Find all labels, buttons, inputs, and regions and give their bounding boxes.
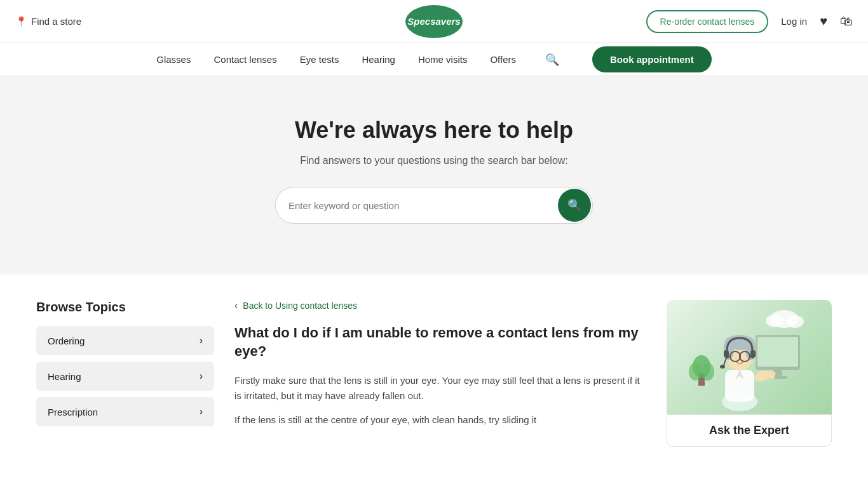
- article-title: What do I do if I am unable to remove a …: [234, 324, 646, 360]
- search-input[interactable]: [276, 191, 557, 220]
- nav-glasses[interactable]: Glasses: [156, 54, 191, 65]
- svg-point-23: [720, 365, 725, 369]
- svg-point-7: [702, 363, 714, 381]
- nav-eye-tests[interactable]: Eye tests: [300, 54, 339, 65]
- sidebar-item-ordering[interactable]: Ordering ›: [36, 326, 214, 355]
- wishlist-icon[interactable]: ♥: [820, 14, 827, 29]
- svg-line-22: [724, 358, 726, 365]
- svg-rect-20: [724, 350, 729, 358]
- chevron-right-icon: ›: [200, 406, 203, 417]
- sidebar-item-hearing-label: Hearing: [48, 371, 81, 382]
- hero-title: We're always here to help: [15, 117, 853, 144]
- nav-contact-lenses[interactable]: Contact lenses: [214, 54, 276, 65]
- search-submit-icon: 🔍: [567, 198, 581, 212]
- location-icon: 📍: [15, 16, 27, 27]
- back-link[interactable]: ‹ Back to Using contact lenses: [234, 300, 646, 311]
- main-nav: Glasses Contact lenses Eye tests Hearing…: [0, 43, 868, 76]
- article-body-1: Firstly make sure that the lens is still…: [234, 373, 646, 403]
- back-link-text: Back to Using contact lenses: [243, 301, 357, 311]
- back-chevron-icon: ‹: [234, 300, 238, 311]
- login-link[interactable]: Log in: [781, 16, 807, 27]
- search-submit-button[interactable]: 🔍: [558, 189, 591, 222]
- expert-caption: Ask the Expert: [667, 414, 832, 447]
- svg-rect-1: [757, 337, 798, 367]
- top-bar-right: Re-order contact lenses Log in ♥ 🛍: [646, 10, 853, 33]
- sidebar-item-prescription[interactable]: Prescription ›: [36, 397, 214, 426]
- svg-rect-21: [750, 350, 756, 358]
- chevron-right-icon: ›: [200, 370, 203, 382]
- chevron-right-icon: ›: [200, 335, 203, 346]
- sidebar-item-hearing[interactable]: Hearing ›: [36, 362, 214, 391]
- nav-hearing[interactable]: Hearing: [362, 54, 395, 65]
- expert-illustration: [667, 300, 832, 414]
- reorder-button[interactable]: Re-order contact lenses: [646, 10, 769, 33]
- hero-section: We're always here to help Find answers t…: [0, 76, 868, 274]
- main-content: Browse Topics Ordering › Hearing › Presc…: [21, 274, 847, 472]
- browse-topics-sidebar: Browse Topics Ordering › Hearing › Presc…: [36, 300, 214, 447]
- hero-subtitle: Find answers to your questions using the…: [15, 155, 853, 166]
- specsavers-logo: Specsavers: [405, 5, 463, 38]
- nav-offers[interactable]: Offers: [490, 54, 516, 65]
- sidebar-item-prescription-label: Prescription: [48, 407, 98, 417]
- expert-title: Ask the Expert: [677, 424, 821, 437]
- svg-point-31: [786, 315, 804, 328]
- find-store-label: Find a store: [31, 16, 81, 27]
- article-body-2: If the lens is still at the centre of yo…: [234, 412, 646, 428]
- search-bar: 🔍: [275, 187, 593, 224]
- sidebar-item-ordering-label: Ordering: [48, 336, 85, 346]
- find-store[interactable]: 📍 Find a store: [15, 16, 81, 27]
- book-appointment-button[interactable]: Book appointment: [592, 46, 712, 72]
- logo-container[interactable]: Specsavers: [405, 5, 463, 38]
- expert-card: Ask the Expert: [667, 300, 832, 447]
- expert-image: [667, 300, 832, 414]
- browse-topics-heading: Browse Topics: [36, 300, 214, 315]
- bag-icon[interactable]: 🛍: [840, 14, 853, 29]
- svg-point-6: [689, 363, 702, 381]
- svg-point-30: [766, 315, 783, 327]
- article-area: ‹ Back to Using contact lenses What do I…: [234, 300, 646, 447]
- top-bar: 📍 Find a store Specsavers Re-order conta…: [0, 0, 868, 43]
- nav-home-visits[interactable]: Home visits: [418, 54, 468, 65]
- search-icon[interactable]: 🔍: [545, 53, 559, 67]
